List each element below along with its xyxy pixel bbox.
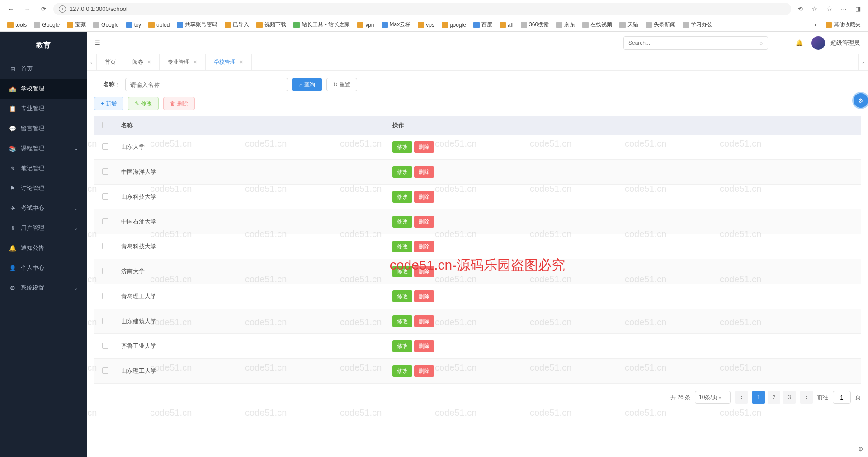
sidebar-item-11[interactable]: ⚙系统设置⌄ <box>0 278 87 298</box>
sync-icon[interactable]: ⟲ <box>795 4 806 14</box>
settings-float-icon[interactable]: ⚙ <box>854 93 868 108</box>
bookmark-item[interactable]: txy <box>123 20 144 29</box>
page-size-select[interactable]: 10条/页 ▾ <box>695 391 731 404</box>
more-icon[interactable]: ⋯ <box>838 4 849 14</box>
close-icon[interactable]: ✕ <box>147 59 151 65</box>
reset-button[interactable]: ↻ 重置 <box>326 78 357 91</box>
tab-scroll-left[interactable]: ‹ <box>87 54 97 70</box>
tab-首页[interactable]: 首页 <box>97 54 124 70</box>
row-edit-button[interactable]: 修改 <box>392 191 412 203</box>
bookmark-item[interactable]: google <box>439 20 469 29</box>
bookmark-item[interactable]: 视频下载 <box>254 19 289 30</box>
row-checkbox[interactable] <box>94 284 117 309</box>
row-edit-button[interactable]: 修改 <box>392 166 412 178</box>
forward-button[interactable]: → <box>21 3 33 15</box>
row-checkbox[interactable] <box>94 209 117 234</box>
bookmark-item[interactable]: 百度 <box>471 19 495 30</box>
back-button[interactable]: ← <box>5 3 17 15</box>
bookmark-item[interactable]: 天猫 <box>617 19 641 30</box>
delete-button[interactable]: 🗑 删除 <box>163 97 195 110</box>
row-delete-button[interactable]: 删除 <box>414 216 434 228</box>
next-page-button[interactable]: › <box>800 391 813 404</box>
search-input[interactable] <box>628 40 756 46</box>
page-1[interactable]: 1 <box>752 391 765 404</box>
page-2[interactable]: 2 <box>768 391 780 404</box>
row-checkbox[interactable] <box>94 160 117 185</box>
row-edit-button[interactable]: 修改 <box>392 141 412 153</box>
header-checkbox[interactable] <box>94 116 117 135</box>
sidebar-item-4[interactable]: 📚课程管理⌄ <box>0 138 87 158</box>
bookmark-item[interactable]: 已导入 <box>222 19 252 30</box>
fullscreen-icon[interactable]: ⛶ <box>774 36 787 50</box>
hamburger-icon[interactable]: ☰ <box>95 39 100 46</box>
page-3[interactable]: 3 <box>783 391 796 404</box>
bell-icon[interactable]: 🔔 <box>793 36 806 50</box>
bookmark-item[interactable]: aff <box>497 20 516 29</box>
sidebar-item-10[interactable]: 👤个人中心 <box>0 258 87 278</box>
row-edit-button[interactable]: 修改 <box>392 241 412 252</box>
row-delete-button[interactable]: 删除 <box>414 365 434 377</box>
bookmark-item[interactable]: 京东 <box>553 19 578 30</box>
sidebar-item-0[interactable]: ⊞首页 <box>0 59 87 79</box>
other-bookmarks[interactable]: 其他收藏夹 <box>823 19 863 30</box>
row-delete-button[interactable]: 删除 <box>414 315 434 327</box>
row-edit-button[interactable]: 修改 <box>392 266 412 277</box>
sidebar-item-3[interactable]: 💬留言管理 <box>0 119 87 138</box>
row-delete-button[interactable]: 删除 <box>414 290 434 302</box>
bookmark-item[interactable]: vpn <box>354 20 377 29</box>
search-icon[interactable]: ⌕ <box>760 39 763 46</box>
sidebar-icon[interactable]: ◨ <box>853 4 863 14</box>
avatar[interactable] <box>811 36 825 50</box>
search-box[interactable]: ⌕ <box>623 36 768 50</box>
add-button[interactable]: + 新增 <box>94 97 123 110</box>
bookmark-item[interactable]: 360搜索 <box>518 19 552 30</box>
row-edit-button[interactable]: 修改 <box>392 290 412 302</box>
row-checkbox[interactable] <box>94 135 117 160</box>
sidebar-item-2[interactable]: 📋专业管理 <box>0 99 87 119</box>
favorites-icon[interactable]: ✩ <box>824 4 835 14</box>
bookmark-item[interactable]: Max云梯 <box>379 19 414 30</box>
row-delete-button[interactable]: 删除 <box>414 266 434 277</box>
sidebar-item-5[interactable]: ✎笔记管理 <box>0 158 87 178</box>
bookmark-item[interactable]: Google <box>90 20 122 29</box>
close-icon[interactable]: ✕ <box>193 59 197 65</box>
address-bar[interactable]: i 127.0.0.1:3000/school <box>53 3 791 15</box>
bookmark-item[interactable]: Google <box>31 20 62 29</box>
goto-input[interactable] <box>833 391 851 404</box>
name-input[interactable] <box>125 78 288 91</box>
bookmark-item[interactable]: 宝藏 <box>64 19 89 30</box>
star-icon[interactable]: ☆ <box>809 4 820 14</box>
tab-阅卷[interactable]: 阅卷✕ <box>124 54 160 70</box>
row-delete-button[interactable]: 删除 <box>414 241 434 252</box>
row-edit-button[interactable]: 修改 <box>392 216 412 228</box>
row-checkbox[interactable] <box>94 234 117 259</box>
bookmark-item[interactable]: 在线视频 <box>580 19 615 30</box>
close-icon[interactable]: ✕ <box>239 59 243 65</box>
bookmark-item[interactable]: 头条新闻 <box>643 19 678 30</box>
sidebar-item-1[interactable]: 🏫学校管理 <box>0 79 87 99</box>
bookmark-item[interactable]: 学习办公 <box>680 19 715 30</box>
row-checkbox[interactable] <box>94 359 117 384</box>
bookmark-more[interactable]: › <box>811 20 819 29</box>
bookmark-item[interactable]: uplod <box>146 20 172 29</box>
tab-学校管理[interactable]: 学校管理✕ <box>206 54 252 70</box>
bottom-gear-icon[interactable]: ⚙ <box>858 446 863 452</box>
tab-专业管理[interactable]: 专业管理✕ <box>160 54 206 70</box>
bookmark-item[interactable]: 共享账号密码 <box>174 19 220 30</box>
edit-button[interactable]: ✎ 修改 <box>128 97 159 110</box>
row-delete-button[interactable]: 删除 <box>414 340 434 352</box>
sidebar-item-9[interactable]: 🔔通知公告 <box>0 238 87 258</box>
row-checkbox[interactable] <box>94 259 117 284</box>
search-button[interactable]: ⌕ 查询 <box>292 78 322 91</box>
prev-page-button[interactable]: ‹ <box>735 391 748 404</box>
bookmark-item[interactable]: vps <box>415 20 437 29</box>
row-edit-button[interactable]: 修改 <box>392 340 412 352</box>
row-delete-button[interactable]: 删除 <box>414 166 434 178</box>
bookmark-item[interactable]: tools <box>5 20 29 29</box>
sidebar-item-6[interactable]: ⚑讨论管理 <box>0 178 87 198</box>
sidebar-item-8[interactable]: ℹ用户管理⌄ <box>0 218 87 238</box>
bookmark-item[interactable]: 站长工具 - 站长之家 <box>291 19 353 30</box>
row-delete-button[interactable]: 删除 <box>414 191 434 203</box>
row-delete-button[interactable]: 删除 <box>414 141 434 153</box>
row-checkbox[interactable] <box>94 185 117 209</box>
